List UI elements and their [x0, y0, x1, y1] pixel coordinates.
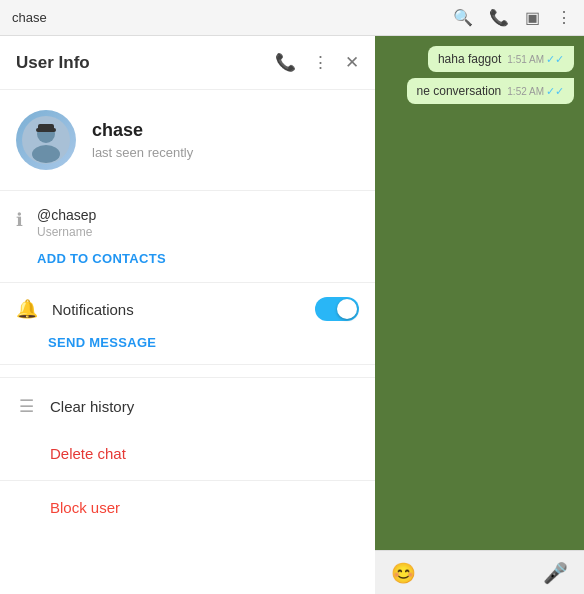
avatar-image — [16, 110, 76, 170]
divider-2 — [0, 480, 375, 481]
panel-more-icon[interactable]: ⋮ — [312, 52, 329, 73]
search-icon[interactable]: 🔍 — [453, 8, 473, 27]
panel-close-icon[interactable]: ✕ — [345, 52, 359, 73]
bubble-text-2: ne conversation — [417, 84, 502, 98]
bell-icon: 🔔 — [16, 298, 38, 320]
delete-chat-item[interactable]: Delete chat — [0, 431, 375, 476]
bottom-toolbar: 😊 🎤 — [375, 550, 584, 594]
list-icon: ☰ — [16, 396, 36, 417]
check-icon-2: ✓✓ — [546, 85, 564, 98]
bubble-meta-2: 1:52 AM ✓✓ — [507, 85, 564, 98]
more-icon[interactable]: ⋮ — [556, 8, 572, 27]
clear-history-item[interactable]: ☰ Clear history — [0, 382, 375, 431]
notifications-section: 🔔 Notifications SEND MESSAGE — [0, 283, 375, 365]
profile-name: chase — [92, 120, 193, 141]
top-bar-icons: 🔍 📞 ▣ ⋮ — [453, 8, 572, 27]
panel-header: User Info 📞 ⋮ ✕ — [0, 36, 375, 90]
panel-header-icons: 📞 ⋮ ✕ — [275, 52, 359, 73]
bubble-text-1: haha faggot — [438, 52, 501, 66]
check-icon-1: ✓✓ — [546, 53, 564, 66]
bubble-meta-1: 1:51 AM ✓✓ — [507, 53, 564, 66]
panel-title: User Info — [16, 53, 275, 73]
phone-icon[interactable]: 📞 — [489, 8, 509, 27]
clear-history-label: Clear history — [50, 398, 134, 415]
info-content: @chasep Username ADD TO CONTACTS — [37, 207, 166, 266]
toggle-thumb — [337, 299, 357, 319]
notifications-label: Notifications — [52, 301, 301, 318]
info-row: ℹ @chasep Username ADD TO CONTACTS — [16, 207, 359, 266]
username-label: Username — [37, 225, 166, 239]
username-value: @chasep — [37, 207, 166, 223]
info-circle-icon: ℹ — [16, 209, 23, 231]
emoji-icon[interactable]: 😊 — [391, 561, 416, 585]
user-info-panel: User Info 📞 ⋮ ✕ chase last — [0, 36, 375, 594]
layout-icon[interactable]: ▣ — [525, 8, 540, 27]
profile-info: chase last seen recently — [92, 120, 193, 160]
delete-chat-label: Delete chat — [50, 445, 126, 462]
divider-1 — [0, 377, 375, 378]
block-user-label: Block user — [50, 499, 120, 516]
block-user-item[interactable]: Block user — [0, 485, 375, 530]
actions-section: ☰ Clear history Delete chat Block user — [0, 365, 375, 538]
add-to-contacts-button[interactable]: ADD TO CONTACTS — [37, 251, 166, 266]
top-bar-title: chase — [12, 10, 47, 25]
send-message-button[interactable]: SEND MESSAGE — [16, 335, 359, 350]
chat-bubble-2: ne conversation 1:52 AM ✓✓ — [407, 78, 574, 104]
notifications-toggle[interactable] — [315, 297, 359, 321]
top-bar: chase 🔍 📞 ▣ ⋮ — [0, 0, 584, 36]
chat-area: haha faggot 1:51 AM ✓✓ ne conversation 1… — [375, 36, 584, 594]
username-section: ℹ @chasep Username ADD TO CONTACTS — [0, 191, 375, 283]
panel-phone-icon[interactable]: 📞 — [275, 52, 296, 73]
notification-row: 🔔 Notifications — [16, 297, 359, 321]
profile-status: last seen recently — [92, 145, 193, 160]
mic-icon[interactable]: 🎤 — [543, 561, 568, 585]
svg-point-2 — [32, 145, 60, 163]
toggle-track — [315, 297, 359, 321]
chat-bubble-1: haha faggot 1:51 AM ✓✓ — [428, 46, 574, 72]
profile-section: chase last seen recently — [0, 90, 375, 191]
svg-rect-4 — [38, 124, 54, 130]
avatar — [16, 110, 76, 170]
